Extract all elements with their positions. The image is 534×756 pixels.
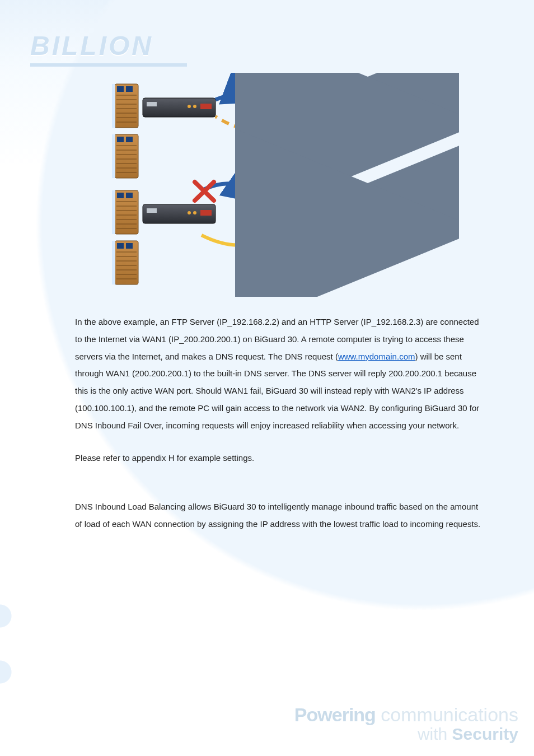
- cloud-label: Internet: [297, 102, 343, 116]
- footer-line-2: with Security: [294, 725, 518, 743]
- footer-pre-2: with: [418, 725, 452, 743]
- domain-link[interactable]: www.mydomain.com: [338, 352, 415, 361]
- svg-rect-34: [117, 243, 124, 249]
- svg-rect-53: [200, 210, 212, 216]
- brand-logo-text: BILLION: [30, 30, 187, 61]
- svg-rect-35: [126, 243, 133, 249]
- svg-rect-36: [112, 241, 115, 284]
- fail-x-icon: [195, 182, 214, 200]
- cloud-label: Internet: [297, 208, 343, 222]
- footer-rest-1: communications: [376, 704, 518, 725]
- svg-rect-1: [117, 86, 124, 92]
- footer-strong-2: Security: [452, 725, 518, 743]
- paragraph-3: DNS Inbound Load Balancing allows BiGuar…: [75, 498, 481, 533]
- svg-rect-50: [147, 208, 157, 213]
- svg-rect-13: [126, 137, 133, 142]
- svg-rect-45: [147, 102, 157, 106]
- diagram-svg: Internet Internet: [56, 73, 459, 297]
- paragraph-1-post: ) will be sent through WAN1 (200.200.200…: [75, 352, 479, 430]
- svg-point-46: [188, 105, 191, 108]
- network-diagram: Internet Internet: [56, 73, 459, 297]
- brand-logo-underline: [30, 63, 187, 67]
- footer-strong-1: Powering: [294, 704, 376, 725]
- svg-point-51: [188, 211, 191, 214]
- svg-point-52: [193, 211, 196, 214]
- svg-rect-25: [112, 190, 115, 234]
- svg-rect-3: [112, 84, 115, 128]
- svg-rect-14: [112, 134, 115, 178]
- internet-cloud-icon: Internet Internet: [274, 87, 364, 241]
- svg-rect-12: [117, 137, 124, 142]
- server-icon: [112, 84, 138, 284]
- svg-rect-48: [200, 104, 212, 109]
- svg-rect-24: [126, 193, 133, 198]
- brand-logo: BILLION: [30, 30, 187, 67]
- body-text: In the above example, an FTP Server (IP_…: [75, 314, 481, 549]
- paragraph-2: Please refer to appendix H for example s…: [75, 450, 481, 467]
- footer-tagline: Powering communications with Security: [294, 705, 518, 743]
- svg-rect-2: [126, 86, 133, 92]
- svg-point-47: [193, 105, 196, 108]
- footer-line-1: Powering communications: [294, 705, 518, 725]
- paragraph-1: In the above example, an FTP Server (IP_…: [75, 314, 481, 434]
- svg-rect-23: [117, 193, 124, 198]
- router-icon: [143, 98, 216, 223]
